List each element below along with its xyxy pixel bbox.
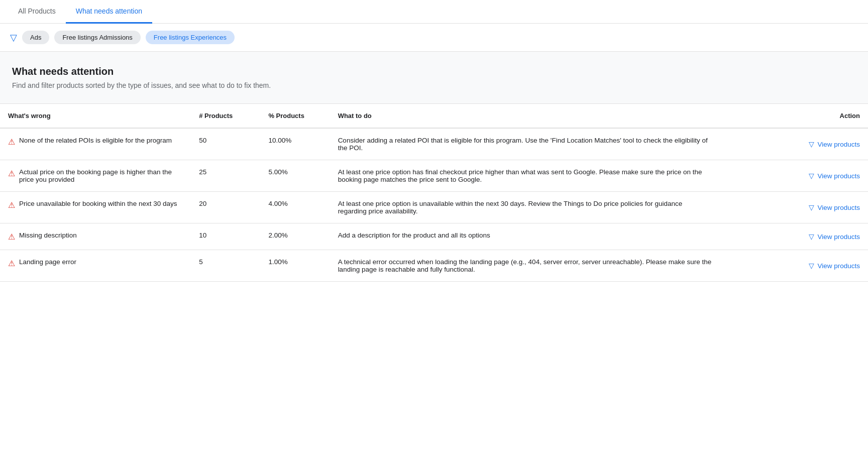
- cell-num-products-4: 5: [191, 250, 260, 282]
- cell-action-3: ▽ View products: [720, 223, 868, 250]
- chip-ads[interactable]: Ads: [22, 31, 49, 44]
- view-products-button-0[interactable]: ▽ View products: [809, 140, 860, 148]
- cell-wrong-0: ⚠ None of the related POIs is eligible f…: [0, 128, 191, 160]
- issue-text-3: Missing description: [19, 231, 77, 239]
- cell-num-products-2: 20: [191, 192, 260, 223]
- issue-text-4: Landing page error: [19, 258, 76, 266]
- col-header-action: Action: [720, 104, 868, 128]
- cell-what-to-do-3: Add a description for the product and al…: [330, 223, 721, 250]
- view-products-label-4: View products: [817, 262, 860, 270]
- table-header-row: What's wrong # Products % Products What …: [0, 104, 868, 128]
- cell-action-0: ▽ View products: [720, 128, 868, 160]
- filter-icon-action-3: ▽: [809, 232, 814, 241]
- tab-all-products[interactable]: All Products: [8, 0, 66, 24]
- cell-wrong-1: ⚠ Actual price on the booking page is hi…: [0, 160, 191, 192]
- cell-wrong-3: ⚠ Missing description: [0, 223, 191, 250]
- tab-what-needs-attention[interactable]: What needs attention: [66, 0, 152, 24]
- chip-free-listings-experiences[interactable]: Free listings Experiences: [146, 31, 235, 44]
- filter-icon: ▽: [10, 32, 17, 43]
- cell-pct-products-3: 2.00%: [260, 223, 330, 250]
- table-row: ⚠ None of the related POIs is eligible f…: [0, 128, 868, 160]
- table-row: ⚠ Price unavailable for booking within t…: [0, 192, 868, 223]
- table-row: ⚠ Missing description 102.00%Add a descr…: [0, 223, 868, 250]
- cell-pct-products-2: 4.00%: [260, 192, 330, 223]
- col-header-wrong: What's wrong: [0, 104, 191, 128]
- cell-num-products-3: 10: [191, 223, 260, 250]
- table-row: ⚠ Actual price on the booking page is hi…: [0, 160, 868, 192]
- view-products-label-1: View products: [817, 172, 860, 180]
- issues-table-container: What's wrong # Products % Products What …: [0, 104, 868, 282]
- col-header-pct-products: % Products: [260, 104, 330, 128]
- error-icon-1: ⚠: [8, 169, 15, 178]
- cell-action-4: ▽ View products: [720, 250, 868, 282]
- cell-num-products-0: 50: [191, 128, 260, 160]
- cell-pct-products-0: 10.00%: [260, 128, 330, 160]
- col-header-what-to-do: What to do: [330, 104, 721, 128]
- view-products-label-0: View products: [817, 141, 860, 148]
- error-icon-2: ⚠: [8, 200, 15, 210]
- view-products-label-3: View products: [817, 233, 860, 241]
- cell-what-to-do-2: At least one price option is unavailable…: [330, 192, 721, 223]
- issue-text-0: None of the related POIs is eligible for…: [19, 137, 172, 144]
- error-icon-4: ⚠: [8, 259, 15, 268]
- issue-text-2: Price unavailable for booking within the…: [19, 200, 177, 207]
- view-products-button-4[interactable]: ▽ View products: [809, 262, 860, 270]
- cell-wrong-2: ⚠ Price unavailable for booking within t…: [0, 192, 191, 223]
- view-products-label-2: View products: [817, 204, 860, 211]
- page-description: Find and filter products sorted by the t…: [12, 81, 856, 89]
- error-icon-3: ⚠: [8, 232, 15, 242]
- chip-free-listings-admissions[interactable]: Free listings Admissions: [54, 31, 140, 44]
- filter-icon-action-0: ▽: [809, 140, 814, 148]
- cell-pct-products-4: 1.00%: [260, 250, 330, 282]
- cell-what-to-do-0: Consider adding a related POI that is el…: [330, 128, 721, 160]
- error-icon-0: ⚠: [8, 137, 15, 147]
- filter-icon-action-2: ▽: [809, 203, 814, 211]
- tabs-bar: All Products What needs attention: [0, 0, 868, 24]
- cell-action-1: ▽ View products: [720, 160, 868, 192]
- filter-icon-action-4: ▽: [809, 262, 814, 270]
- issue-text-1: Actual price on the booking page is high…: [19, 168, 183, 183]
- filter-icon-action-1: ▽: [809, 172, 814, 180]
- cell-action-2: ▽ View products: [720, 192, 868, 223]
- view-products-button-2[interactable]: ▽ View products: [809, 203, 860, 211]
- cell-what-to-do-4: A technical error occurred when loading …: [330, 250, 721, 282]
- cell-pct-products-1: 5.00%: [260, 160, 330, 192]
- cell-num-products-1: 25: [191, 160, 260, 192]
- page-title: What needs attention: [12, 66, 856, 77]
- col-header-num-products: # Products: [191, 104, 260, 128]
- view-products-button-1[interactable]: ▽ View products: [809, 172, 860, 180]
- table-row: ⚠ Landing page error 51.00%A technical e…: [0, 250, 868, 282]
- cell-wrong-4: ⚠ Landing page error: [0, 250, 191, 282]
- cell-what-to-do-1: At least one price option has final chec…: [330, 160, 721, 192]
- header-section: What needs attention Find and filter pro…: [0, 52, 868, 104]
- view-products-button-3[interactable]: ▽ View products: [809, 232, 860, 241]
- filter-bar: ▽ Ads Free listings Admissions Free list…: [0, 24, 868, 52]
- issues-table: What's wrong # Products % Products What …: [0, 104, 868, 282]
